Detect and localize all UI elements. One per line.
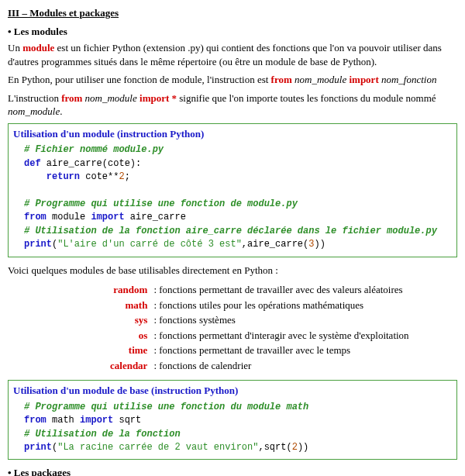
code-block-2: # Programme qui utilise une fonction du … (13, 401, 452, 455)
code-box-title: Utilisation d'un module de base (instruc… (13, 384, 452, 398)
table-row: math: fonctions utiles pour les opératio… (110, 298, 412, 312)
table-row: time: fonctions permettant de travailler… (110, 343, 412, 357)
code-box-module: Utilisation d'un module (instruction Pyt… (8, 123, 457, 257)
paragraph-import-syntax: En Python, pour utiliser une fonction de… (8, 73, 457, 87)
code-box-title: Utilisation d'un module (instruction Pyt… (13, 127, 452, 141)
table-row: sys: fonctions systèmes (110, 313, 412, 327)
keyword-module: module (22, 42, 54, 53)
subheading-packages: • Les packages (8, 466, 457, 476)
table-row: calendar: fonctions de calendrier (110, 359, 412, 373)
code-box-base-module: Utilisation d'un module de base (instruc… (8, 380, 457, 460)
paragraph-module-def: Un module est un fichier Python (extensi… (8, 41, 457, 68)
paragraph-mods-intro: Voici quelques modules de base utilisabl… (8, 264, 457, 278)
subheading-modules: • Les modules (8, 25, 457, 39)
paragraph-import-star: L'instruction from nom_module import * s… (8, 91, 457, 119)
section-heading: III – Modules et packages (8, 6, 457, 20)
modules-table: random: fonctions permettant de travaill… (108, 281, 414, 374)
table-row: random: fonctions permettant de travaill… (110, 283, 412, 297)
table-row: os: fonctions permettant d'interagir ave… (110, 329, 412, 343)
code-block-1: # Fichier nommé module.py def aire_carre… (13, 143, 452, 251)
